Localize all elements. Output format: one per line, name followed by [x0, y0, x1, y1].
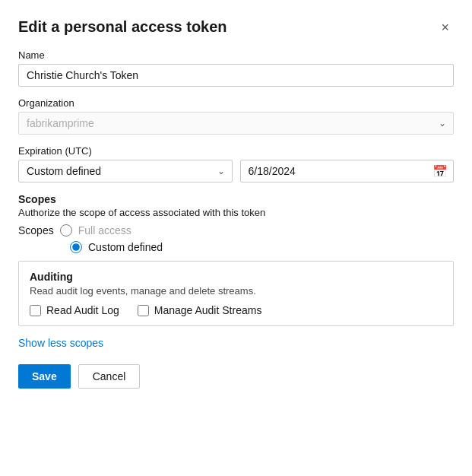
auditing-description: Read audit log events, manage and delete…: [30, 285, 442, 297]
scopes-title: Scopes: [18, 193, 454, 205]
read-audit-log-checkbox[interactable]: [30, 305, 41, 316]
org-field-group: Organization fabrikamprime ⌄: [18, 97, 454, 135]
expiration-label: Expiration (UTC): [18, 145, 454, 157]
read-audit-log-label: Read Audit Log: [46, 304, 119, 316]
custom-defined-radio[interactable]: [70, 241, 82, 253]
expiration-field-group: Expiration (UTC) Custom defined ⌄ 📅: [18, 145, 454, 182]
name-label: Name: [18, 49, 454, 61]
read-audit-log-row: Read Audit Log: [30, 304, 119, 316]
expiration-date-wrapper: 📅: [240, 160, 455, 182]
org-select[interactable]: fabrikamprime: [18, 112, 454, 135]
dialog-header: Edit a personal access token ×: [18, 18, 454, 36]
expiration-dropdown-wrapper: Custom defined ⌄: [18, 160, 233, 182]
scopes-scroll-area[interactable]: Auditing Read audit log events, manage a…: [18, 261, 454, 326]
close-button[interactable]: ×: [436, 19, 454, 36]
auditing-checkboxes: Read Audit Log Manage Audit Streams: [30, 304, 442, 316]
save-button[interactable]: Save: [18, 364, 71, 389]
action-buttons: Save Cancel: [18, 364, 454, 389]
name-input[interactable]: [18, 64, 454, 87]
dialog-title: Edit a personal access token: [18, 18, 227, 36]
auditing-title: Auditing: [30, 271, 442, 283]
scopes-subtitle: Authorize the scope of access associated…: [18, 207, 454, 218]
cancel-button[interactable]: Cancel: [78, 364, 141, 389]
full-access-label: Full access: [78, 224, 131, 236]
custom-defined-label: Custom defined: [88, 241, 163, 253]
org-label: Organization: [18, 97, 454, 109]
manage-audit-streams-row: Manage Audit Streams: [138, 304, 262, 316]
expiration-date-input[interactable]: [240, 160, 455, 182]
name-field-group: Name: [18, 49, 454, 87]
scopes-section: Scopes Authorize the scope of access ass…: [18, 193, 454, 253]
manage-audit-streams-label: Manage Audit Streams: [154, 304, 262, 316]
full-access-radio[interactable]: [60, 224, 72, 236]
custom-defined-radio-row: Custom defined: [70, 241, 454, 253]
scopes-radio-group: Scopes Full access Custom defined: [18, 224, 454, 253]
expiration-select[interactable]: Custom defined: [18, 160, 233, 182]
org-select-wrapper: fabrikamprime ⌄: [18, 112, 454, 135]
scopes-radio-label: Scopes: [18, 224, 54, 236]
show-scopes-link[interactable]: Show less scopes: [18, 337, 103, 349]
expiration-row: Custom defined ⌄ 📅: [18, 160, 454, 182]
edit-token-dialog: Edit a personal access token × Name Orga…: [0, 0, 472, 476]
manage-audit-streams-checkbox[interactable]: [138, 305, 149, 316]
full-access-radio-row: Scopes Full access: [18, 224, 454, 236]
